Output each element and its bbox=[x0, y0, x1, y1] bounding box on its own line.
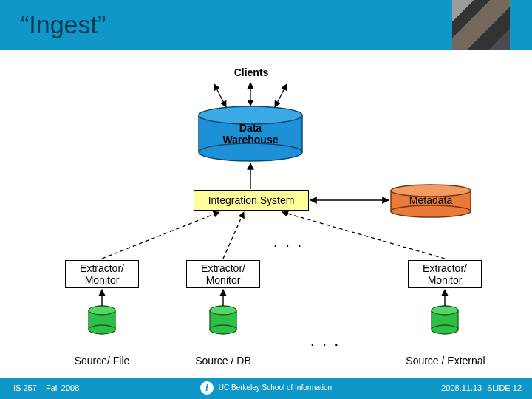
footer-right: 2008.11.13- SLIDE 12 bbox=[441, 383, 522, 392]
extractor-box-3: Extractor/Monitor bbox=[408, 260, 482, 288]
slide-title: “Ingest” bbox=[21, 10, 106, 39]
metadata-label: Metadata bbox=[391, 194, 471, 206]
svg-line-17 bbox=[275, 84, 287, 107]
ellipsis-mid: . . . bbox=[303, 331, 347, 350]
footer-bar: IS 257 – Fall 2008 i UC Berkeley School … bbox=[0, 378, 532, 399]
integration-label: Integration System bbox=[208, 194, 295, 206]
integration-box: Integration System bbox=[194, 190, 309, 211]
extractor3-l2: Monitor bbox=[428, 274, 463, 286]
source-label-3: Source / External bbox=[390, 355, 501, 366]
slide: “Ingest” bbox=[0, 0, 532, 399]
ischool-logo-icon: i bbox=[200, 381, 214, 395]
svg-point-2 bbox=[199, 143, 302, 161]
svg-point-8 bbox=[89, 325, 115, 334]
source-cylinder-2 bbox=[210, 306, 236, 334]
extractor3-l1: Extractor/ bbox=[423, 262, 467, 274]
svg-point-5 bbox=[391, 205, 471, 217]
svg-rect-9 bbox=[210, 310, 236, 330]
svg-point-13 bbox=[432, 306, 458, 315]
header-photo bbox=[452, 0, 510, 50]
footer-center-text: UC Berkeley School of Information bbox=[219, 383, 332, 392]
extractor1-l2: Monitor bbox=[85, 274, 120, 286]
source-cylinder-1 bbox=[89, 306, 115, 334]
warehouse-label-l2: Warehouse bbox=[223, 134, 279, 146]
extractor2-l2: Monitor bbox=[206, 274, 241, 286]
svg-rect-6 bbox=[89, 310, 115, 330]
svg-line-19 bbox=[223, 212, 244, 259]
svg-point-7 bbox=[89, 306, 115, 315]
clients-label: Clients bbox=[222, 66, 281, 78]
svg-point-14 bbox=[432, 325, 458, 334]
ellipsis-top: . . . bbox=[266, 232, 310, 251]
extractor1-l1: Extractor/ bbox=[80, 262, 124, 274]
extractor2-l1: Extractor/ bbox=[201, 262, 245, 274]
svg-point-11 bbox=[210, 325, 236, 334]
warehouse-label: Data Warehouse bbox=[199, 122, 302, 146]
source-label-2: Source / DB bbox=[179, 355, 267, 366]
warehouse-label-l1: Data bbox=[239, 122, 262, 134]
svg-rect-12 bbox=[432, 310, 458, 330]
extractor-box-2: Extractor/Monitor bbox=[186, 260, 260, 288]
source-cylinder-3 bbox=[432, 306, 458, 334]
arrows-clients-warehouse bbox=[214, 83, 287, 107]
svg-line-18 bbox=[102, 212, 219, 259]
svg-line-15 bbox=[214, 84, 226, 107]
source-label-1: Source/ File bbox=[58, 355, 146, 366]
arrows-source-extractor bbox=[102, 290, 445, 306]
extractor-box-1: Extractor/Monitor bbox=[65, 260, 139, 288]
svg-point-10 bbox=[210, 306, 236, 315]
